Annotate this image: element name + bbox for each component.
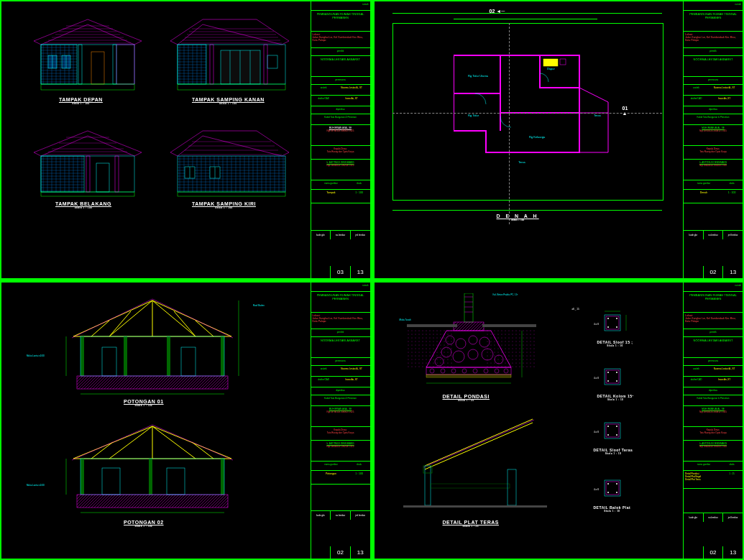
drawing-area-potongan: Muka Lantai ±0.00 Roof Batten POTONGAN 0… (1, 283, 311, 559)
svg-rect-108 (221, 459, 224, 495)
label-potongan-02: POTONGAN 02 Skala 1 : 100 (124, 520, 164, 528)
svg-rect-87 (124, 336, 127, 376)
svg-rect-112 (77, 495, 228, 508)
svg-point-178 (616, 434, 617, 436)
svg-rect-152 (425, 466, 431, 505)
svg-line-104 (72, 425, 152, 460)
svg-rect-60 (178, 192, 285, 196)
svg-rect-47 (115, 156, 119, 192)
label-denah: D E N A H Skala 1 : 100 (497, 214, 539, 221)
drawing-area-denah: 02 ◄─ 01▲ (375, 1, 684, 278)
svg-rect-35 (267, 55, 277, 68)
label-detail-sloof-teras: DETAIL Sloof TerasSkala 1 : 10 (594, 448, 633, 455)
detail-sloof-teras: 4 ø 8 (594, 416, 637, 448)
section-01 (59, 293, 246, 398)
svg-text:Dapur: Dapur (547, 67, 556, 70)
sheet-denah: 02 ◄─ 01▲ (373, 0, 745, 280)
elevation-front (30, 16, 138, 95)
svg-rect-106 (81, 459, 84, 495)
label-tampak-belakang: TAMPAK BELAKANG Skala 1 : 100 (55, 201, 111, 209)
svg-rect-91 (102, 347, 116, 376)
svg-point-171 (616, 380, 617, 382)
svg-rect-154 (431, 484, 510, 488)
svg-rect-29 (221, 50, 260, 84)
svg-rect-46 (86, 156, 90, 192)
svg-point-175 (607, 426, 609, 427)
label-detail-plat-teras: DETAIL PLAT TERAS Skala 1 : 25 (443, 520, 500, 528)
svg-line-149 (425, 419, 533, 466)
svg-rect-45 (96, 163, 109, 192)
elevation-back (30, 127, 138, 199)
svg-point-132 (468, 349, 478, 359)
svg-rect-48 (41, 192, 134, 196)
svg-line-79 (152, 300, 196, 336)
svg-point-161 (607, 326, 609, 328)
floor-plan: Rg Tidur Utama Dapur Rg Keluarga Rg Tidu… (454, 45, 612, 174)
detail-pondasi (407, 293, 536, 394)
svg-rect-15 (91, 52, 104, 84)
svg-line-78 (109, 300, 152, 336)
titleblock-2: rumah PEMBANGUNAN RUMAH TINGGAL PERMANEN… (684, 1, 743, 278)
sheet-potongan: Muka Lantai ±0.00 Roof Batten POTONGAN 0… (0, 281, 372, 561)
svg-point-169 (616, 372, 617, 373)
svg-line-100 (109, 426, 152, 459)
svg-rect-124 (484, 328, 536, 367)
sheet-number-4: 02 (704, 546, 724, 559)
svg-rect-68 (560, 59, 566, 65)
svg-point-138 (441, 369, 445, 373)
svg-point-170 (607, 380, 609, 382)
titleblock-1: rumah PEMBANGUNAN RUMAH TINGGAL PERMANEN… (311, 1, 370, 278)
svg-line-101 (152, 426, 196, 459)
label-detail-sloof: DETAIL Sloof 15 ;Skala 1 : 10 (597, 340, 633, 347)
svg-point-160 (616, 318, 617, 319)
svg-point-162 (616, 326, 617, 328)
svg-rect-120 (454, 322, 484, 331)
svg-rect-93 (77, 376, 228, 389)
svg-text:Teras: Teras (518, 160, 525, 164)
svg-text:4 ø 8: 4 ø 8 (594, 377, 599, 380)
detail-plat-teras (403, 416, 547, 516)
titleblock-3: rumah PEMBANGUNAN RUMAH TINGGAL PERMANEN… (311, 283, 370, 559)
svg-point-139 (451, 369, 456, 373)
svg-rect-33 (210, 45, 213, 84)
svg-line-84 (72, 299, 152, 338)
svg-point-142 (484, 369, 488, 373)
svg-rect-44 (41, 156, 84, 192)
sheet-number-3: 02 (331, 546, 351, 559)
svg-rect-166 (605, 369, 620, 385)
tb-project-title: PEMBANGUNAN RUMAH TINGGAL PERMANEN (311, 11, 370, 32)
svg-rect-9 (41, 45, 77, 84)
svg-line-85 (152, 299, 233, 338)
tb-owner: NOORMA LESTARI AKBARST (311, 56, 370, 77)
drawing-area-tampak: TAMPAK DEPAN Skala 1 : 100 (1, 1, 311, 278)
sheet-number-2: 02 (704, 266, 724, 278)
svg-line-103 (192, 442, 213, 459)
svg-rect-111 (167, 468, 185, 495)
svg-point-176 (616, 426, 617, 427)
svg-rect-107 (149, 459, 152, 495)
section-marker-02: 02 ◄─ (490, 9, 505, 14)
svg-marker-20 (170, 19, 289, 45)
svg-point-183 (616, 483, 617, 485)
svg-marker-37 (34, 131, 142, 156)
svg-rect-155 (508, 469, 516, 505)
svg-rect-157 (605, 315, 620, 331)
svg-point-131 (453, 351, 464, 362)
svg-rect-28 (178, 45, 206, 84)
svg-rect-16 (78, 45, 82, 84)
titleblock-4: rumah PEMBANGUNAN RUMAH TINGGAL PERMANEN… (684, 283, 743, 559)
detail-kolom: 4 ø 8 (594, 362, 637, 394)
svg-point-185 (616, 492, 617, 493)
svg-rect-115 (464, 293, 473, 322)
svg-point-127 (456, 339, 466, 349)
svg-rect-34 (264, 45, 267, 84)
svg-point-140 (462, 369, 467, 373)
drawing-grid: TAMPAK DEPAN Skala 1 : 100 (0, 0, 744, 560)
svg-rect-88 (167, 336, 170, 376)
svg-rect-92 (181, 347, 196, 376)
svg-line-105 (152, 425, 233, 460)
svg-line-82 (91, 321, 109, 336)
svg-point-137 (430, 369, 434, 373)
svg-text:Rg Tidur Utama: Rg Tidur Utama (468, 74, 489, 78)
svg-rect-18 (41, 84, 134, 90)
